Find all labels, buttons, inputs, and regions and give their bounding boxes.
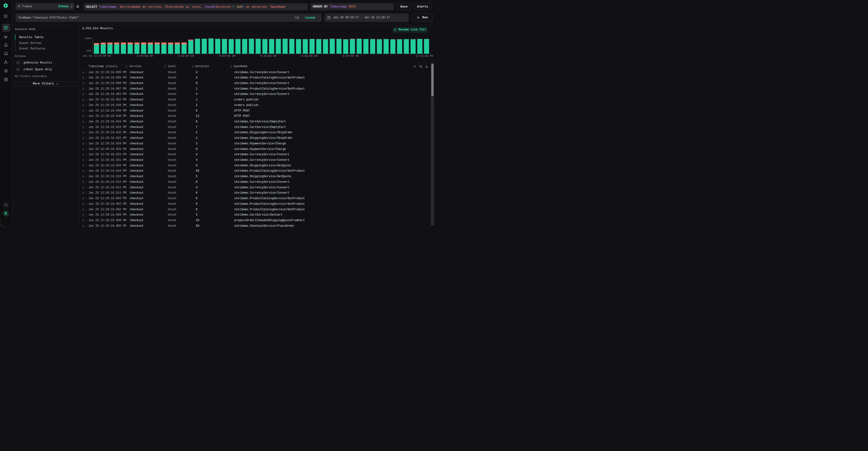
svg-text:100K: 100K — [85, 37, 91, 40]
svg-text:6:30:00 AM: 6:30:00 AM — [260, 55, 276, 57]
svg-text:2:00:00 AM: 2:00:00 AM — [137, 55, 153, 57]
svg-text:8:00:00 AM: 8:00:00 AM — [301, 55, 317, 57]
svg-text:5:00:00 AM: 5:00:00 AM — [219, 55, 235, 57]
svg-text:3:30:00 AM: 3:30:00 AM — [178, 55, 194, 57]
svg-text:25K: 25K — [86, 49, 91, 52]
svg-text:9:30:00 AM: 9:30:00 AM — [343, 55, 359, 57]
svg-text:Jan 28 12:15:00 AM: Jan 28 12:15:00 AM — [82, 55, 111, 57]
svg-text:12:15:00 PM: 12:15:00 PM — [415, 55, 433, 57]
